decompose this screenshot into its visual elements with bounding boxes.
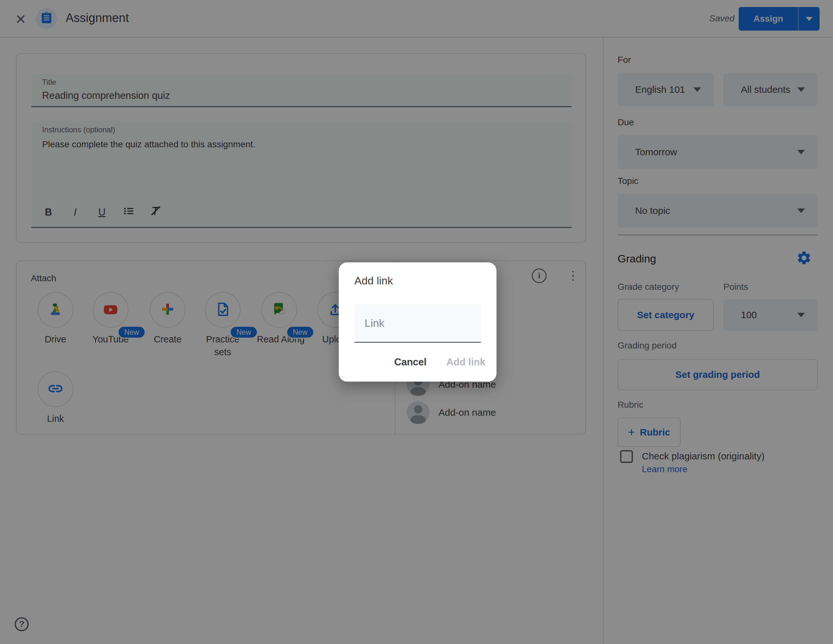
dialog-title: Add link bbox=[354, 274, 393, 287]
assignment-editor-page: ✕ Assignment Saved Assign Title Reading … bbox=[0, 0, 833, 644]
add-link-dialog: Add link Cancel Add link bbox=[339, 262, 497, 382]
cancel-button[interactable]: Cancel bbox=[394, 356, 427, 368]
add-link-confirm-button[interactable]: Add link bbox=[447, 356, 485, 368]
link-input[interactable] bbox=[354, 304, 481, 342]
dialog-actions: Cancel Add link bbox=[339, 356, 485, 368]
link-input-field bbox=[354, 304, 481, 343]
